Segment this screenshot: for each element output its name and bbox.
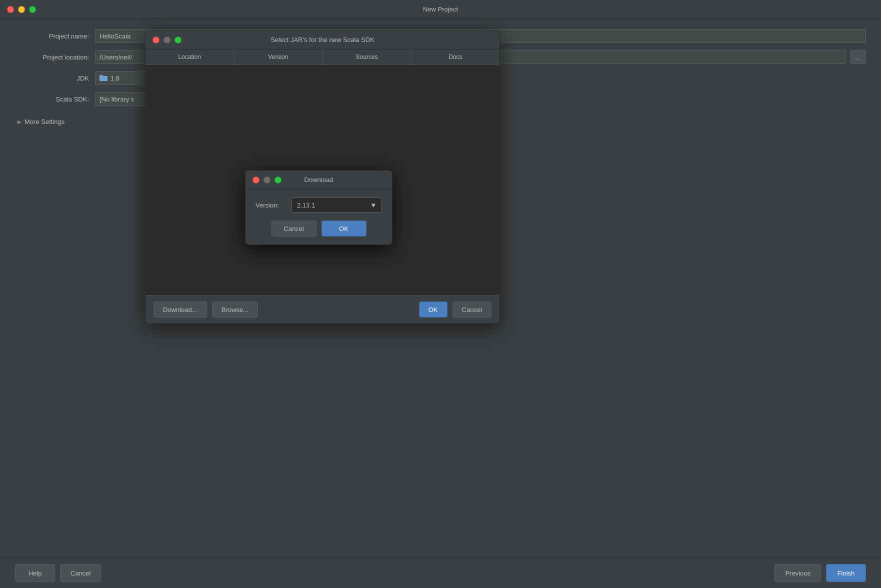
window-footer: Help Cancel Previous Finish (0, 558, 881, 588)
download-traffic-lights (252, 176, 282, 184)
jdk-version-text: 1.8 (110, 74, 120, 82)
footer-left-buttons: Help Cancel (15, 564, 101, 582)
download-tl-green[interactable] (274, 176, 282, 184)
more-settings-label: More Settings (24, 118, 64, 126)
download-tl-red[interactable] (252, 176, 260, 184)
dialog-tl-green[interactable] (174, 36, 182, 44)
cancel-button[interactable]: Cancel (60, 564, 101, 582)
col-header-version: Version (234, 50, 322, 64)
col-header-location: Location (146, 50, 234, 64)
download-dialog-buttons: Cancel OK (256, 220, 382, 236)
select-jars-titlebar: Select JAR's for the new Scala SDK (146, 30, 500, 50)
project-name-label: Project name: (15, 32, 95, 40)
dialog-traffic-lights (152, 36, 182, 44)
footer-right-buttons: Previous Finish (774, 564, 866, 582)
window-titlebar: New Project (0, 0, 881, 19)
version-value: 2.13.1 (297, 202, 315, 209)
version-row: Version: 2.13.1 ▼ (256, 198, 382, 212)
select-jars-footer: Download... Browse... OK Cancel (146, 295, 500, 324)
traffic-light-yellow[interactable] (18, 6, 25, 13)
folder-icon (100, 75, 108, 81)
window-title: New Project (423, 6, 458, 13)
table-header: Location Version Sources Docs (146, 50, 500, 65)
download-button[interactable]: Download... (154, 302, 207, 318)
browse-button[interactable]: ... (850, 50, 866, 64)
select-jars-ok-button[interactable]: OK (419, 302, 448, 318)
col-header-sources: Sources (323, 50, 412, 64)
help-button[interactable]: Help (15, 564, 55, 582)
select-jars-cancel-button[interactable]: Cancel (452, 302, 492, 318)
version-dropdown-arrow: ▼ (370, 202, 376, 209)
download-ok-button[interactable]: OK (322, 220, 366, 236)
window-traffic-lights (7, 6, 36, 13)
download-cancel-button[interactable]: Cancel (272, 220, 316, 236)
browse-jars-button[interactable]: Browse... (212, 302, 258, 318)
more-settings-arrow: ▶ (18, 119, 22, 124)
traffic-light-red[interactable] (7, 6, 14, 13)
download-title: Download (304, 176, 334, 184)
download-body: Version: 2.13.1 ▼ Cancel OK (246, 190, 392, 244)
jdk-label: JDK (15, 74, 95, 82)
select-jars-title: Select JAR's for the new Scala SDK (270, 36, 374, 44)
scala-sdk-label: Scala SDK: (15, 96, 95, 103)
dialog-tl-gray[interactable] (164, 36, 170, 44)
download-dialog: Download Version: 2.13.1 ▼ Cancel OK (245, 170, 392, 245)
version-dropdown[interactable]: 2.13.1 ▼ (292, 198, 382, 212)
col-header-docs: Docs (412, 50, 500, 64)
version-label: Version: (256, 202, 286, 209)
download-tl-gray[interactable] (264, 176, 270, 184)
finish-button[interactable]: Finish (826, 564, 866, 582)
scala-sdk-text: [No library s (100, 96, 134, 103)
previous-button[interactable]: Previous (774, 564, 821, 582)
traffic-light-green[interactable] (29, 6, 36, 13)
download-titlebar: Download (246, 170, 392, 190)
dialog-tl-red[interactable] (152, 36, 160, 44)
project-location-label: Project location: (15, 54, 95, 61)
